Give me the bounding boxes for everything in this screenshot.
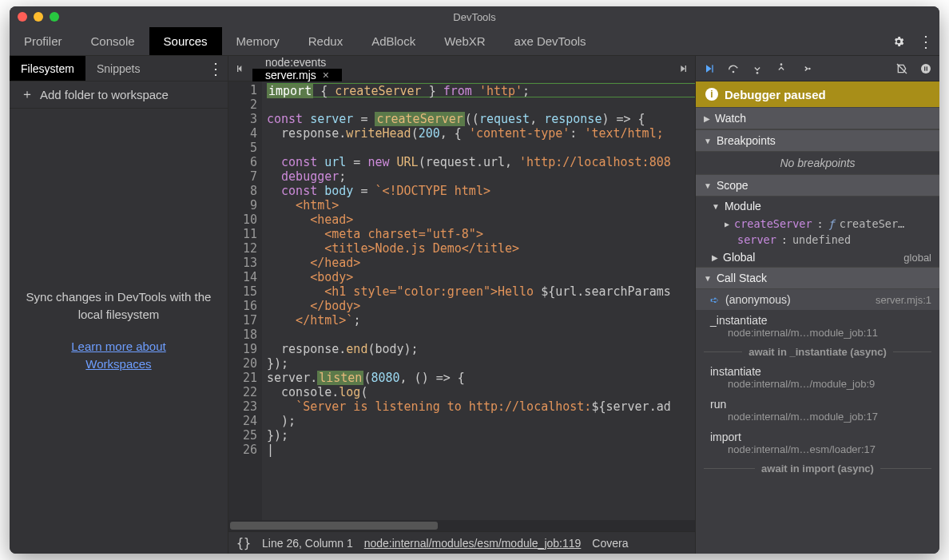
tab-adblock[interactable]: AdBlock: [357, 27, 430, 55]
status-link[interactable]: node:internal/modules/esm/module_job:119: [364, 537, 582, 550]
pretty-print-button[interactable]: {}: [236, 536, 251, 550]
info-icon: i: [705, 88, 718, 101]
svg-rect-9: [924, 66, 925, 70]
learn-more-link[interactable]: Learn more about: [71, 340, 165, 353]
more-menu-button[interactable]: ⋮: [912, 27, 939, 55]
svg-rect-10: [927, 66, 927, 70]
svg-point-5: [780, 63, 783, 66]
svg-point-8: [921, 64, 931, 73]
workspaces-link[interactable]: Workspaces: [85, 357, 151, 371]
sync-text: Sync changes in DevTools with the local …: [26, 288, 212, 324]
plus-icon: ＋: [21, 86, 34, 103]
code-content[interactable]: import { createServer } from 'http';cons…: [262, 81, 695, 531]
line-gutter: 1234567891011121314151617181920212223242…: [228, 81, 262, 531]
deactivate-breakpoints-button[interactable]: [895, 62, 909, 76]
zoom-window-icon[interactable]: [50, 12, 59, 22]
close-window-icon[interactable]: [18, 12, 27, 22]
svg-rect-1: [685, 66, 686, 72]
debug-toolbar: [696, 56, 939, 81]
pause-exceptions-button[interactable]: [919, 62, 933, 76]
svg-point-4: [756, 72, 759, 74]
devtools-window: DevTools ProfilerConsoleSourcesMemoryRed…: [10, 6, 939, 554]
status-bar: {} Line 26, Column 1 node:internal/modul…: [228, 531, 695, 554]
traffic-lights: [18, 12, 59, 22]
run-to-button[interactable]: [671, 56, 695, 81]
stack-frame[interactable]: ➪(anonymous)server.mjs:1: [696, 289, 939, 310]
titlebar: DevTools: [10, 6, 939, 27]
window-title: DevTools: [453, 11, 495, 23]
step-into-button[interactable]: [750, 62, 764, 76]
close-icon[interactable]: ×: [323, 69, 329, 81]
nav-back-button[interactable]: [228, 56, 252, 81]
file-tabs: node:eventsserver.mjs×: [228, 56, 695, 81]
debugger-paused-banner: i Debugger paused: [696, 81, 939, 107]
workspace-help: Sync changes in DevTools with the local …: [10, 109, 228, 554]
tab-redux[interactable]: Redux: [294, 27, 357, 55]
tab-memory[interactable]: Memory: [222, 27, 294, 55]
stack-frame[interactable]: importnode:internal/m…esm/loader:17: [696, 427, 939, 459]
left-sidebar: FilesystemSnippets ⋮ ＋ Add folder to wor…: [10, 56, 228, 554]
svg-rect-0: [237, 66, 238, 72]
svg-point-3: [733, 70, 735, 73]
tab-webxr[interactable]: WebXR: [430, 27, 499, 55]
tab-profiler[interactable]: Profiler: [10, 27, 77, 55]
stack-frame[interactable]: instantiatenode:internal/m…/module_job:9: [696, 361, 939, 394]
left-more-button[interactable]: ⋮: [204, 56, 228, 81]
paused-label: Debugger paused: [725, 88, 826, 101]
add-folder-label: Add folder to workspace: [40, 88, 169, 101]
current-frame-icon: ➪: [710, 294, 719, 306]
tab-sources[interactable]: Sources: [149, 27, 222, 55]
async-divider: await in import (async): [696, 459, 939, 478]
callstack-section[interactable]: ▼Call Stack: [696, 267, 939, 289]
settings-button[interactable]: [885, 27, 912, 55]
left-tab-filesystem[interactable]: Filesystem: [10, 56, 85, 81]
tab-axe-devtools[interactable]: axe DevTools: [500, 27, 601, 55]
no-breakpoints-label: No breakpoints: [696, 152, 939, 174]
file-tab-server-mjs[interactable]: server.mjs×: [252, 69, 342, 81]
status-extra: Covera: [592, 537, 628, 550]
watch-section[interactable]: ▶Watch: [696, 107, 939, 129]
left-tabs: FilesystemSnippets ⋮: [10, 56, 228, 81]
minimize-window-icon[interactable]: [34, 12, 43, 22]
step-out-button[interactable]: [774, 62, 788, 76]
svg-rect-2: [712, 65, 713, 72]
step-over-button[interactable]: [726, 62, 741, 76]
debugger-panel: i Debugger paused ▶Watch ▼Breakpoints No…: [695, 56, 939, 554]
code-editor[interactable]: 1234567891011121314151617181920212223242…: [228, 81, 695, 531]
scope-module[interactable]: ▼Module: [696, 197, 939, 216]
stack-frame[interactable]: _instantiatenode:internal/m…module_job:1…: [696, 310, 939, 343]
scope-global[interactable]: ▶Globalglobal: [696, 248, 939, 267]
async-divider: await in _instantiate (async): [696, 343, 939, 361]
add-folder-button[interactable]: ＋ Add folder to workspace: [10, 81, 228, 109]
cursor-position: Line 26, Column 1: [262, 537, 353, 550]
step-button[interactable]: [798, 62, 812, 76]
horizontal-scrollbar[interactable]: [228, 520, 695, 531]
scope-section[interactable]: ▼Scope: [696, 174, 939, 197]
stack-frame[interactable]: runnode:internal/m…module_job:17: [696, 394, 939, 427]
resume-button[interactable]: [702, 62, 717, 76]
file-tab-node-events[interactable]: node:events: [252, 56, 342, 69]
main-tabs: ProfilerConsoleSourcesMemoryReduxAdBlock…: [10, 27, 939, 56]
breakpoints-section[interactable]: ▼Breakpoints: [696, 129, 939, 152]
scope-var-createServer[interactable]: ▶createServer: ƒ createSer…: [696, 216, 939, 232]
editor-area: node:eventsserver.mjs× 12345678910111213…: [228, 56, 695, 554]
scope-var-server[interactable]: server: undefined: [696, 232, 939, 248]
left-tab-snippets[interactable]: Snippets: [85, 56, 151, 81]
svg-point-6: [808, 67, 811, 70]
tab-console[interactable]: Console: [77, 27, 149, 55]
